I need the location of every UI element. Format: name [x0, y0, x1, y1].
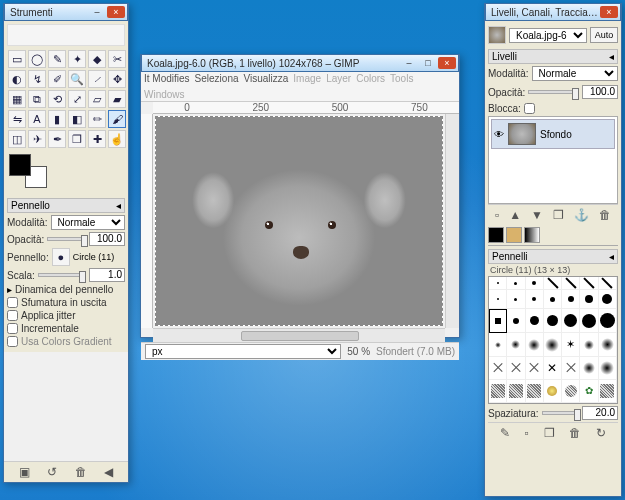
menu-image[interactable]: Image	[293, 73, 321, 84]
brush-item[interactable]	[562, 309, 580, 333]
brush-item[interactable]	[507, 380, 525, 403]
brush-item[interactable]	[599, 290, 617, 309]
brush-item[interactable]	[507, 290, 525, 309]
tool-airbrush[interactable]: ✈	[28, 130, 46, 148]
fg-color[interactable]	[9, 154, 31, 176]
brush-item[interactable]	[489, 333, 507, 356]
save-options-icon[interactable]: ▣	[19, 465, 30, 479]
brush-item[interactable]	[526, 357, 544, 380]
tool-rotate[interactable]: ⟲	[48, 90, 66, 108]
gradient-checkbox[interactable]	[7, 336, 18, 347]
duplicate-brush-icon[interactable]: ❐	[544, 426, 555, 440]
new-layer-icon[interactable]: ▫	[495, 208, 499, 222]
opacity-slider[interactable]	[47, 237, 86, 241]
brush-item[interactable]	[580, 357, 598, 380]
brush-item[interactable]	[489, 380, 507, 403]
tool-text[interactable]: A	[28, 110, 46, 128]
tool-ellipse-select[interactable]: ◯	[28, 50, 46, 68]
delete-layer-icon[interactable]: 🗑	[599, 208, 611, 222]
tool-clone[interactable]: ❐	[68, 130, 86, 148]
tool-zoom[interactable]: 🔍	[68, 70, 86, 88]
duplicate-layer-icon[interactable]: ❐	[553, 208, 564, 222]
tool-scale[interactable]: ⤢	[68, 90, 86, 108]
brush-item[interactable]	[599, 277, 617, 290]
tab-menu-icon[interactable]: ◂	[609, 51, 614, 62]
scrollbar-horizontal[interactable]	[153, 328, 445, 342]
tab-menu-icon[interactable]: ◂	[609, 251, 614, 262]
delete-options-icon[interactable]: 🗑	[75, 465, 87, 479]
scale-slider[interactable]	[38, 273, 86, 277]
tool-ink[interactable]: ✒	[48, 130, 66, 148]
lock-alpha-checkbox[interactable]	[524, 103, 535, 114]
brush-item[interactable]	[562, 357, 580, 380]
tab-black[interactable]	[488, 227, 504, 243]
brush-item[interactable]	[562, 277, 580, 290]
brush-item[interactable]: ✿	[580, 380, 598, 403]
fg-bg-color[interactable]	[9, 154, 59, 194]
brush-item-selected[interactable]	[489, 309, 507, 333]
brush-item[interactable]	[580, 309, 598, 333]
brush-item[interactable]	[526, 380, 544, 403]
fade-checkbox[interactable]	[7, 297, 18, 308]
brush-item[interactable]	[562, 290, 580, 309]
brush-item[interactable]	[526, 333, 544, 356]
menu-colors[interactable]: Colors	[356, 73, 385, 84]
scale-value[interactable]: 1.0	[89, 268, 125, 282]
new-brush-icon[interactable]: ▫	[525, 426, 529, 440]
brush-item[interactable]	[562, 380, 580, 403]
tab-gradient[interactable]	[524, 227, 540, 243]
maximize-icon[interactable]: □	[419, 57, 437, 69]
tool-paths[interactable]: ↯	[28, 70, 46, 88]
reset-options-icon[interactable]: ◀	[104, 465, 113, 479]
brush-item[interactable]	[544, 333, 562, 356]
brush-item[interactable]	[507, 309, 525, 333]
anchor-layer-icon[interactable]: ⚓	[574, 208, 589, 222]
tool-pencil[interactable]: ✏	[88, 110, 106, 128]
brush-item[interactable]	[526, 290, 544, 309]
layers-header[interactable]: Livelli ◂	[488, 49, 618, 64]
menu-view[interactable]: Visualizza	[244, 73, 289, 84]
brush-preview[interactable]: ●	[52, 248, 70, 266]
image-selector[interactable]: Koala.jpg-6	[509, 28, 587, 43]
layer-opacity-value[interactable]: 100.0	[582, 85, 618, 99]
tool-heal[interactable]: ✚	[88, 130, 106, 148]
edit-brush-icon[interactable]: ✎	[500, 426, 510, 440]
brush-item[interactable]: ✕	[544, 357, 562, 380]
brush-item[interactable]	[507, 277, 525, 290]
canvas[interactable]	[155, 116, 443, 326]
spacing-value[interactable]: 20.0	[582, 406, 618, 420]
unit-select[interactable]: px	[145, 344, 341, 359]
jitter-checkbox[interactable]	[7, 310, 18, 321]
tool-shear[interactable]: ▱	[88, 90, 106, 108]
scrollbar-vertical[interactable]	[445, 114, 459, 328]
tool-align[interactable]: ▦	[8, 90, 26, 108]
layer-opacity-slider[interactable]	[528, 90, 579, 94]
raise-layer-icon[interactable]: ▲	[509, 208, 521, 222]
brush-item[interactable]	[580, 290, 598, 309]
brush-item[interactable]	[544, 309, 562, 333]
dock-titlebar[interactable]: Livelli, Canali, Tracciati, Annulla - P.…	[485, 3, 621, 21]
toolbox-titlebar[interactable]: Strumenti – ×	[4, 3, 128, 21]
delete-brush-icon[interactable]: 🗑	[569, 426, 581, 440]
brush-item[interactable]	[580, 277, 598, 290]
brush-item[interactable]	[507, 333, 525, 356]
minimize-icon[interactable]: –	[88, 6, 106, 18]
brush-item[interactable]	[544, 380, 562, 403]
brush-item[interactable]	[489, 277, 507, 290]
minimize-icon[interactable]: –	[400, 57, 418, 69]
brush-options-header[interactable]: Pennello ◂	[7, 198, 125, 213]
menu-tools[interactable]: Tools	[390, 73, 413, 84]
tool-fuzzy-select[interactable]: ✦	[68, 50, 86, 68]
layer-mode-select[interactable]: Normale	[532, 66, 618, 81]
close-icon[interactable]: ×	[107, 6, 125, 18]
tool-smudge[interactable]: ☝	[108, 130, 126, 148]
tool-perspective[interactable]: ▰	[108, 90, 126, 108]
tool-flip[interactable]: ⇋	[8, 110, 26, 128]
tool-crop[interactable]: ⧉	[28, 90, 46, 108]
tool-free-select[interactable]: ✎	[48, 50, 66, 68]
tool-move[interactable]: ✥	[108, 70, 126, 88]
brush-item[interactable]	[526, 309, 544, 333]
mode-select[interactable]: Normale	[51, 215, 125, 230]
brush-item[interactable]	[526, 277, 544, 290]
menu-modifies[interactable]: It Modifies	[144, 73, 190, 84]
